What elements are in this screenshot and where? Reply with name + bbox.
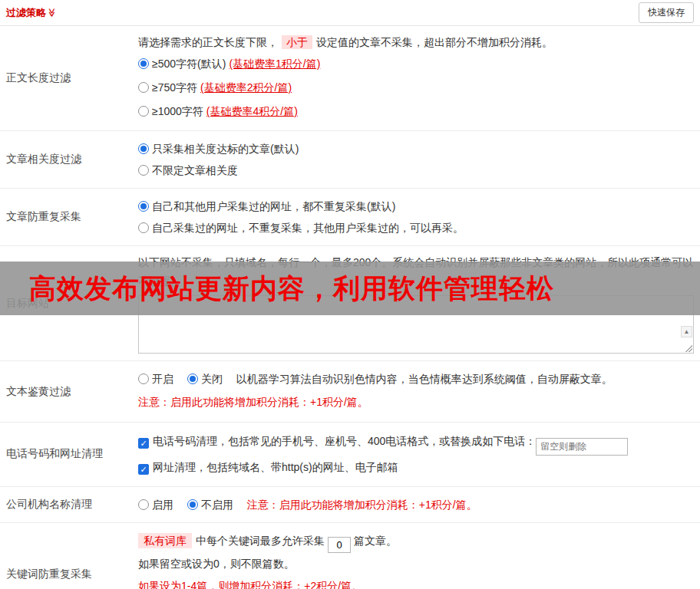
porn-options-line: 开启 关闭 以机器学习算法自动识别色情内容，当色情概率达到系统阈值，自动屏蔽文章… <box>138 368 694 390</box>
radio-label: 不限定文章相关度 <box>152 164 238 176</box>
radio-label: 不启用 <box>201 499 233 511</box>
row-content-company: 启用 不启用 注意：启用此功能将增加积分消耗：+1积分/篇。 <box>137 487 700 522</box>
row-company-clean: 公司机构名称清理 启用 不启用 注意：启用此功能将增加积分消耗：+1积分/篇。 <box>0 487 700 523</box>
radio-label: 启用 <box>152 499 173 511</box>
radio-option-relevance-strict[interactable]: 只采集相关度达标的文章(默认) <box>138 138 694 160</box>
radio-icon[interactable] <box>138 143 149 154</box>
row-content-relevance: 只采集相关度达标的文章(默认) 不限定文章相关度 <box>137 131 700 188</box>
row-phone-url-clean: 电话号码和网址清理 电话号码清理，包括常见的手机号、座机号、400电话格式，或替… <box>0 423 700 487</box>
keyword-line1-pre: 中每个关键词最多允许采集 <box>196 535 325 547</box>
radio-label: ≥750字符 <box>152 81 197 94</box>
radio-label: 关闭 <box>201 373 223 385</box>
checkbox-icon[interactable] <box>138 438 149 449</box>
keyword-line-3: 如果设为1-4篇，则增加积分消耗：+2积分/篇。 <box>138 575 694 589</box>
checkbox-icon[interactable] <box>138 464 149 475</box>
radio-label: 自己和其他用户采集过的网址，都不重复采集(默认) <box>152 200 395 212</box>
keyword-line-1: 私有词库中每个关键词最多允许采集篇文章。 <box>138 530 694 553</box>
company-cost-note: 注意：启用此功能将增加积分消耗：+1积分/篇。 <box>247 499 477 511</box>
phone-replace-input[interactable] <box>536 438 628 456</box>
ad-overlay-text: 高效发布网站更新内容，利用软件管理轻松 <box>29 271 554 307</box>
radio-option-company-on[interactable]: 启用 <box>138 499 173 511</box>
desc-text-pre: 请选择需求的正文长度下限， <box>138 36 278 48</box>
row-label-keyword: 关键词防重复采集 <box>0 523 137 589</box>
resize-grip-icon[interactable] <box>685 344 692 352</box>
quick-save-button[interactable]: 快速保存 <box>639 2 694 23</box>
row-content-porn: 开启 关闭 以机器学习算法自动识别色情内容，当色情概率达到系统阈值，自动屏蔽文章… <box>137 361 700 422</box>
radio-icon[interactable] <box>138 499 149 510</box>
radio-icon[interactable] <box>138 58 149 69</box>
company-options-line: 启用 不启用 注意：启用此功能将增加积分消耗：+1积分/篇。 <box>138 494 694 515</box>
radio-option-dedup-self[interactable]: 自己采集过的网址，不重复采集，其他用户采集过的，可以再采。 <box>138 217 694 239</box>
page-title-text: 过滤策略 <box>6 7 46 18</box>
radio-option-dedup-all[interactable]: 自己和其他用户采集过的网址，都不重复采集(默认) <box>138 196 694 217</box>
row-content-phone: 电话号码清理，包括常见的手机号、座机号、400电话格式，或替换成如下电话： 网址… <box>137 423 700 486</box>
checkbox-label: 网址清理，包括纯域名、带http(s)的网址、电子邮箱 <box>153 461 398 473</box>
porn-description: 以机器学习算法自动识别色情内容，当色情概率达到系统阈值，自动屏蔽文章。 <box>236 373 612 385</box>
radio-icon[interactable] <box>138 165 149 176</box>
row-label-phone: 电话号码和网址清理 <box>0 423 137 486</box>
row-label-relevance: 文章相关度过滤 <box>0 131 137 188</box>
radio-option-relevance-any[interactable]: 不限定文章相关度 <box>138 160 694 181</box>
scrollbar-up-icon[interactable]: ▲ <box>681 326 692 337</box>
radio-icon[interactable] <box>187 373 198 384</box>
row-dedup-filter: 文章防重复采集 自己和其他用户采集过的网址，都不重复采集(默认) 自己采集过的网… <box>0 189 700 246</box>
porn-cost-note: 注意：启用此功能将增加积分消耗：+1积分/篇。 <box>138 390 694 415</box>
chevron-down-icon: ≫ <box>47 8 57 17</box>
radio-option-company-off[interactable]: 不启用 <box>187 499 233 511</box>
keyword-line1-post: 篇文章。 <box>354 535 397 547</box>
row-label-company: 公司机构名称清理 <box>0 487 137 522</box>
checkbox-phone-clean[interactable]: 电话号码清理，包括常见的手机号、座机号、400电话格式，或替换成如下电话： <box>138 429 694 456</box>
rate-note: (基础费率2积分/篇) <box>200 81 292 94</box>
radio-option-750[interactable]: ≥750字符(基础费率2积分/篇) <box>138 76 694 100</box>
radio-option-1000[interactable]: ≥1000字符(基础费率4积分/篇) <box>138 100 694 123</box>
topbar: 过滤策略≫ 快速保存 <box>0 0 700 26</box>
radio-option-porn-off[interactable]: 关闭 <box>187 373 223 385</box>
row-label-porn: 文本鉴黄过滤 <box>0 361 137 422</box>
rate-note: (基础费率1积分/篇) <box>229 58 320 70</box>
row-keyword-dedup: 关键词防重复采集 私有词库中每个关键词最多允许采集篇文章。 如果留空或设为0，则… <box>0 523 700 589</box>
radio-label: 开启 <box>152 373 173 385</box>
checkbox-url-clean[interactable]: 网址清理，包括纯域名、带http(s)的网址、电子邮箱 <box>138 456 694 479</box>
radio-label: ≥500字符(默认) <box>152 58 226 70</box>
row-label-dedup: 文章防重复采集 <box>0 189 137 245</box>
row-content-dedup: 自己和其他用户采集过的网址，都不重复采集(默认) 自己采集过的网址，不重复采集，… <box>137 189 700 245</box>
radio-icon[interactable] <box>187 499 198 510</box>
row-label-length: 正文长度过滤 <box>0 26 137 130</box>
row-porn-filter: 文本鉴黄过滤 开启 关闭 以机器学习算法自动识别色情内容，当色情概率达到系统阈值… <box>0 361 700 423</box>
radio-option-porn-on[interactable]: 开启 <box>138 373 173 385</box>
radio-label: 自己采集过的网址，不重复采集，其他用户采集过的，可以再采。 <box>152 222 464 234</box>
row-content-length: 请选择需求的正文长度下限，小于设定值的文章不采集，超出部分不增加积分消耗。 ≥5… <box>137 26 700 130</box>
radio-icon[interactable] <box>138 373 149 384</box>
radio-icon[interactable] <box>138 82 149 93</box>
keyword-line-2: 如果留空或设为0，则不限篇数。 <box>138 553 694 575</box>
row-relevance-filter: 文章相关度过滤 只采集相关度达标的文章(默认) 不限定文章相关度 <box>0 131 700 189</box>
row-content-keyword: 私有词库中每个关键词最多允许采集篇文章。 如果留空或设为0，则不限篇数。 如果设… <box>137 523 700 589</box>
radio-label: 只采集相关度达标的文章(默认) <box>152 143 299 155</box>
length-description: 请选择需求的正文长度下限，小于设定值的文章不采集，超出部分不增加积分消耗。 <box>138 33 694 52</box>
radio-icon[interactable] <box>138 201 149 212</box>
ad-overlay-banner: 高效发布网站更新内容，利用软件管理轻松 <box>0 262 700 315</box>
row-length-filter: 正文长度过滤 请选择需求的正文长度下限，小于设定值的文章不采集，超出部分不增加积… <box>0 26 700 131</box>
rate-note: (基础费率4积分/篇) <box>206 105 298 117</box>
checkbox-label: 电话号码清理，包括常见的手机号、座机号、400电话格式，或替换成如下电话： <box>153 435 536 447</box>
radio-icon[interactable] <box>138 106 149 117</box>
highlight-lessthan: 小于 <box>282 35 312 49</box>
keyword-count-input[interactable] <box>328 537 351 553</box>
radio-icon[interactable] <box>138 222 149 233</box>
desc-text-post: 设定值的文章不采集，超出部分不增加积分消耗。 <box>316 36 553 48</box>
radio-option-500[interactable]: ≥500字符(默认)(基础费率1积分/篇) <box>138 52 694 76</box>
page-title[interactable]: 过滤策略≫ <box>6 6 57 20</box>
private-lexicon-tag[interactable]: 私有词库 <box>138 533 192 548</box>
radio-label: ≥1000字符 <box>152 105 203 117</box>
